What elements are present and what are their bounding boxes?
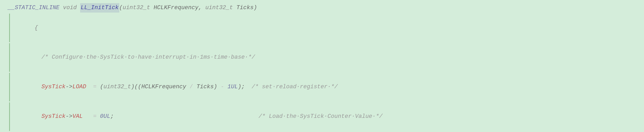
register-systick: SysTick [42,84,66,90]
code-line-2: { [0,13,644,43]
number-0ul: 0UL [100,113,110,120]
keyword-void: void [63,3,77,13]
code-line-5: SysTick->VAL = 0UL; /* Load·the·SysTick·… [0,102,644,131]
code-line-1: __STATIC_INLINE void LL_InitTick(uint32_… [0,3,644,13]
brace-open: { [34,25,38,31]
register-systick-val: SysTick [42,113,66,120]
paren-open: ( [119,3,123,13]
comment-reload: /* set·reload·register·*/ [252,84,338,90]
code-line-3: /* Configure·the·SysTick·to·have·interru… [0,43,644,72]
function-name: LL_InitTick [80,3,119,13]
type-uint32: uint32_t [123,3,150,13]
param-ticks: Ticks [236,3,253,13]
comment-configure: /* Configure·the·SysTick·to·have·interru… [42,54,255,60]
property-val: VAL [72,113,83,120]
comment-load-val: /* Load·the·SysTick·Counter·Value·*/ [258,113,382,120]
param-hclk: HCLKFrequency [154,3,199,13]
number-1ul: 1UL [228,84,238,90]
code-block: __STATIC_INLINE void LL_InitTick(uint32_… [0,0,644,132]
property-load: LOAD [72,84,86,90]
code-line-4: SysTick->LOAD = (uint32_t)((HCLKFrequenc… [0,72,644,102]
keyword-static-inline: __STATIC_INLINE [8,3,60,13]
